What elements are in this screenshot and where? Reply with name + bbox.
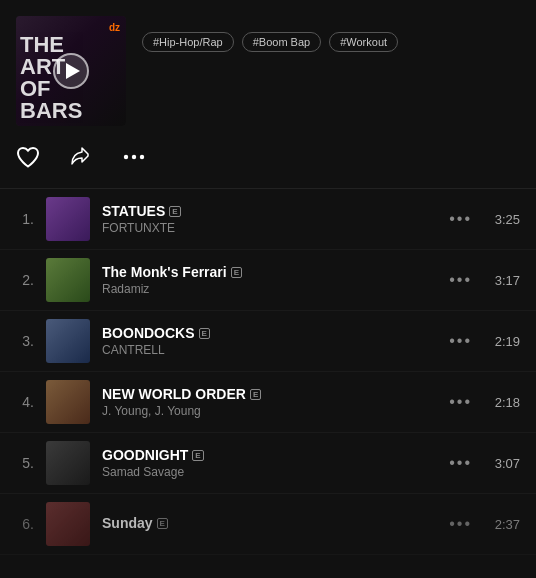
play-icon: [66, 63, 80, 79]
track-more-button[interactable]: •••: [449, 332, 472, 350]
header-info: #Hip-Hop/Rap#Boom Bap#Workout: [142, 16, 520, 52]
explicit-badge: E: [250, 389, 261, 400]
track-artist: CANTRELL: [102, 343, 437, 357]
track-thumbnail: [46, 319, 90, 363]
track-name: NEW WORLD ORDER E: [102, 386, 437, 402]
album-art[interactable]: THEARTOFBARS dz: [16, 16, 126, 126]
track-actions: ••• 3:07: [449, 454, 520, 472]
track-info: Sunday E: [102, 515, 437, 533]
track-more-button[interactable]: •••: [449, 515, 472, 533]
svg-point-2: [140, 155, 144, 159]
track-thumbnail: [46, 380, 90, 424]
more-button[interactable]: [120, 146, 148, 172]
like-button[interactable]: [16, 146, 40, 172]
track-info: The Monk's Ferrari E Radamiz: [102, 264, 437, 296]
track-info: GOODNIGHT E Samad Savage: [102, 447, 437, 479]
track-name: GOODNIGHT E: [102, 447, 437, 463]
track-more-button[interactable]: •••: [449, 454, 472, 472]
track-row[interactable]: 2. The Monk's Ferrari E Radamiz ••• 3:17: [0, 250, 536, 311]
track-info: STATUES E FORTUNXTE: [102, 203, 437, 235]
tags-container: #Hip-Hop/Rap#Boom Bap#Workout: [142, 32, 520, 52]
explicit-badge: E: [231, 267, 242, 278]
track-more-button[interactable]: •••: [449, 210, 472, 228]
track-row[interactable]: 3. BOONDOCKS E CANTRELL ••• 2:19: [0, 311, 536, 372]
more-icon: [120, 146, 148, 168]
track-artist: Samad Savage: [102, 465, 437, 479]
track-actions: ••• 2:18: [449, 393, 520, 411]
play-button[interactable]: [53, 53, 89, 89]
explicit-badge: E: [157, 518, 168, 529]
track-name: Sunday E: [102, 515, 437, 531]
track-duration: 2:18: [488, 395, 520, 410]
track-number: 5.: [16, 455, 34, 471]
track-number: 1.: [16, 211, 34, 227]
track-more-button[interactable]: •••: [449, 271, 472, 289]
track-actions: ••• 3:25: [449, 210, 520, 228]
track-duration: 3:07: [488, 456, 520, 471]
share-button[interactable]: [68, 146, 92, 172]
track-list: 1. STATUES E FORTUNXTE ••• 3:25 2. The M…: [0, 189, 536, 555]
track-duration: 3:17: [488, 273, 520, 288]
track-number: 4.: [16, 394, 34, 410]
track-thumbnail: [46, 502, 90, 546]
tag-item[interactable]: #Hip-Hop/Rap: [142, 32, 234, 52]
track-more-button[interactable]: •••: [449, 393, 472, 411]
track-info: NEW WORLD ORDER E J. Young, J. Young: [102, 386, 437, 418]
track-name: The Monk's Ferrari E: [102, 264, 437, 280]
track-number: 2.: [16, 272, 34, 288]
track-name: BOONDOCKS E: [102, 325, 437, 341]
track-artist: FORTUNXTE: [102, 221, 437, 235]
track-number: 3.: [16, 333, 34, 349]
explicit-badge: E: [199, 328, 210, 339]
explicit-badge: E: [192, 450, 203, 461]
deezer-logo: dz: [109, 22, 120, 33]
track-number: 6.: [16, 516, 34, 532]
track-duration: 2:19: [488, 334, 520, 349]
track-duration: 2:37: [488, 517, 520, 532]
track-actions: ••• 2:37: [449, 515, 520, 533]
track-thumbnail: [46, 197, 90, 241]
track-artist: Radamiz: [102, 282, 437, 296]
heart-icon: [16, 146, 40, 168]
track-duration: 3:25: [488, 212, 520, 227]
explicit-badge: E: [169, 206, 180, 217]
track-actions: ••• 3:17: [449, 271, 520, 289]
track-thumbnail: [46, 258, 90, 302]
svg-point-0: [124, 155, 128, 159]
track-row[interactable]: 6. Sunday E ••• 2:37: [0, 494, 536, 555]
track-thumbnail: [46, 441, 90, 485]
track-row[interactable]: 1. STATUES E FORTUNXTE ••• 3:25: [0, 189, 536, 250]
tag-item[interactable]: #Boom Bap: [242, 32, 321, 52]
tag-item[interactable]: #Workout: [329, 32, 398, 52]
header-section: THEARTOFBARS dz #Hip-Hop/Rap#Boom Bap#Wo…: [0, 0, 536, 138]
track-row[interactable]: 4. NEW WORLD ORDER E J. Young, J. Young …: [0, 372, 536, 433]
actions-bar: [0, 138, 536, 189]
svg-point-1: [132, 155, 136, 159]
track-artist: J. Young, J. Young: [102, 404, 437, 418]
track-name: STATUES E: [102, 203, 437, 219]
track-info: BOONDOCKS E CANTRELL: [102, 325, 437, 357]
track-actions: ••• 2:19: [449, 332, 520, 350]
share-icon: [68, 146, 92, 168]
track-row[interactable]: 5. GOODNIGHT E Samad Savage ••• 3:07: [0, 433, 536, 494]
